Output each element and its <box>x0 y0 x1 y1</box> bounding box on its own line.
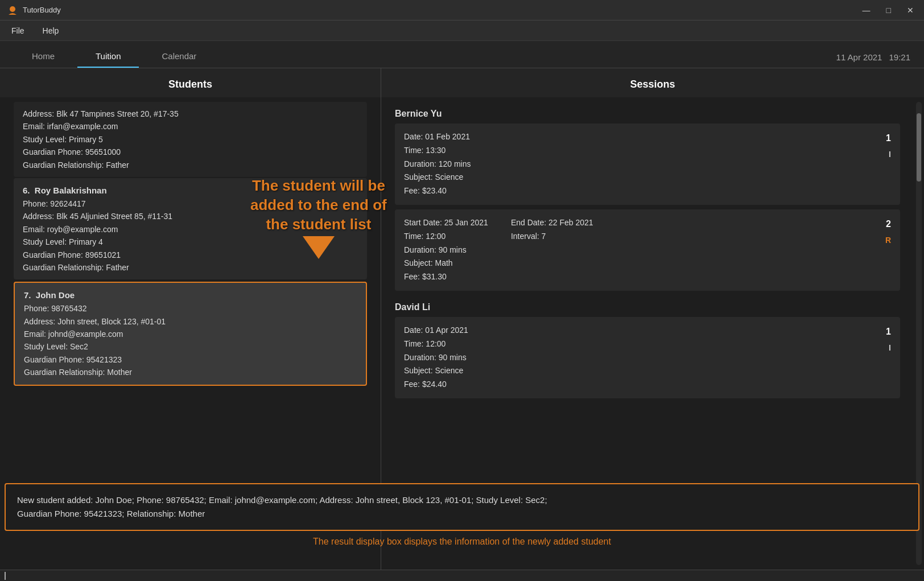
student-name: 7. John Doe <box>24 289 357 302</box>
session-card[interactable]: Date: 01 Apr 2021 Time: 12:00 Duration: … <box>395 317 900 398</box>
session-num-label: 1 <box>886 130 891 146</box>
session-detail: Subject: Math <box>404 257 488 270</box>
list-item[interactable]: 7. John Doe Phone: 98765432 Address: Joh… <box>14 282 367 385</box>
tab-datetime: 11 Apr 2021 19:21 <box>836 52 910 68</box>
student-detail: Guardian Phone: 89651021 <box>23 249 358 261</box>
session-card[interactable]: Date: 01 Feb 2021 Time: 13:30 Duration: … <box>395 123 900 205</box>
scrollbar-thumb <box>917 113 921 182</box>
student-detail: Phone: 92624417 <box>23 197 358 210</box>
session-num-label: 2 <box>886 216 891 232</box>
minimize-button[interactable]: — <box>859 5 874 16</box>
session-detail: Interval: 7 <box>511 230 593 244</box>
result-text-line2: Guardian Phone: 95421323; Relationship: … <box>17 507 907 521</box>
session-badge: I <box>889 341 891 355</box>
student-detail: Email: johnd@example.com <box>24 328 357 340</box>
session-details: Start Date: 25 Jan 2021 Time: 12:00 Dura… <box>404 216 593 284</box>
cursor-indicator <box>5 572 6 580</box>
student-detail: Study Level: Sec2 <box>24 340 357 353</box>
session-detail: Duration: 90 mins <box>404 244 488 257</box>
session-detail: Time: 13:30 <box>404 144 471 158</box>
session-detail: Subject: Science <box>404 171 471 184</box>
tab-home[interactable]: Home <box>14 46 73 68</box>
session-detail: Fee: $31.30 <box>404 270 488 284</box>
session-detail: Date: 01 Feb 2021 <box>404 130 471 144</box>
session-student-name: David Li <box>395 295 900 317</box>
menu-help[interactable]: Help <box>40 24 61 38</box>
session-card[interactable]: Start Date: 25 Jan 2021 Time: 12:00 Dura… <box>395 209 900 291</box>
session-detail: Duration: 90 mins <box>404 351 468 365</box>
current-time: 19:21 <box>889 52 910 62</box>
students-header: Students <box>0 68 381 97</box>
student-detail: Address: Blk 45 Aljunied Street 85, #11-… <box>23 210 358 222</box>
session-details: Date: 01 Apr 2021 Time: 12:00 Duration: … <box>404 324 468 392</box>
student-detail: Study Level: Primary 5 <box>23 133 358 146</box>
session-detail: Fee: $24.40 <box>404 378 468 392</box>
menubar: File Help <box>0 20 924 41</box>
app-title: TutorBuddy <box>23 6 61 14</box>
close-button[interactable]: ✕ <box>904 5 917 16</box>
student-detail: Guardian Phone: 95651000 <box>23 146 358 158</box>
svg-point-0 <box>10 6 15 12</box>
session-number: 1 I <box>874 130 891 162</box>
app-logo <box>7 5 18 16</box>
session-col-right: End Date: 22 Feb 2021 Interval: 7 <box>511 216 593 284</box>
session-detail: Time: 12:00 <box>404 230 488 244</box>
student-detail: Email: royb@example.com <box>23 223 358 236</box>
menu-file[interactable]: File <box>9 24 27 38</box>
tab-tuition[interactable]: Tuition <box>77 46 139 68</box>
tabbar: Home Tuition Calendar 11 Apr 2021 19:21 <box>0 41 924 68</box>
student-detail: Email: irfan@example.com <box>23 120 358 133</box>
tab-calendar[interactable]: Calendar <box>143 46 214 68</box>
session-student-name: Bernice Yu <box>395 102 900 123</box>
session-detail: Time: 12:00 <box>404 337 468 351</box>
student-detail: Phone: 98765432 <box>24 302 357 315</box>
session-detail: End Date: 22 Feb 2021 <box>511 216 593 230</box>
list-item[interactable]: 6. Roy Balakrishnan Phone: 92624417 Addr… <box>14 178 367 279</box>
session-detail: Subject: Science <box>404 364 468 378</box>
result-caption: The result display box displays the info… <box>5 537 919 547</box>
student-detail: Guardian Relationship: Father <box>23 261 358 274</box>
titlebar-left: TutorBuddy <box>7 5 61 16</box>
titlebar-controls: — □ ✕ <box>859 5 917 16</box>
student-detail: Address: John street, Block 123, #01-01 <box>24 315 357 328</box>
bottombar <box>0 570 924 581</box>
student-detail: Address: Blk 47 Tampines Street 20, #17-… <box>23 108 358 120</box>
session-col-left: Start Date: 25 Jan 2021 Time: 12:00 Dura… <box>404 216 488 284</box>
result-box: New student added: John Doe; Phone: 9876… <box>5 483 919 531</box>
session-detail: Start Date: 25 Jan 2021 <box>404 216 488 230</box>
titlebar: TutorBuddy — □ ✕ <box>0 0 924 20</box>
student-detail: Guardian Relationship: Mother <box>24 366 357 378</box>
session-detail: Duration: 120 mins <box>404 158 471 171</box>
result-text-line1: New student added: John Doe; Phone: 9876… <box>17 493 907 507</box>
list-item[interactable]: Address: Blk 47 Tampines Street 20, #17-… <box>14 102 367 177</box>
session-number: 2 R <box>874 216 891 248</box>
session-badge: R <box>885 234 891 248</box>
session-detail: Date: 01 Apr 2021 <box>404 324 468 337</box>
sessions-header: Sessions <box>381 68 924 97</box>
student-detail: Study Level: Primary 4 <box>23 236 358 248</box>
session-number: 1 I <box>874 324 891 355</box>
student-detail: Guardian Relationship: Father <box>23 159 358 171</box>
session-num-label: 1 <box>886 324 891 339</box>
maximize-button[interactable]: □ <box>883 5 894 16</box>
student-name: 6. Roy Balakrishnan <box>23 184 358 197</box>
session-details: Date: 01 Feb 2021 Time: 13:30 Duration: … <box>404 130 471 198</box>
session-badge: I <box>889 148 891 162</box>
session-detail-cols: Start Date: 25 Jan 2021 Time: 12:00 Dura… <box>404 216 593 284</box>
result-section: New student added: John Doe; Phone: 9876… <box>5 483 919 547</box>
student-detail: Guardian Phone: 95421323 <box>24 353 357 366</box>
current-date: 11 Apr 2021 <box>836 52 882 62</box>
session-detail: Fee: $23.40 <box>404 184 471 198</box>
